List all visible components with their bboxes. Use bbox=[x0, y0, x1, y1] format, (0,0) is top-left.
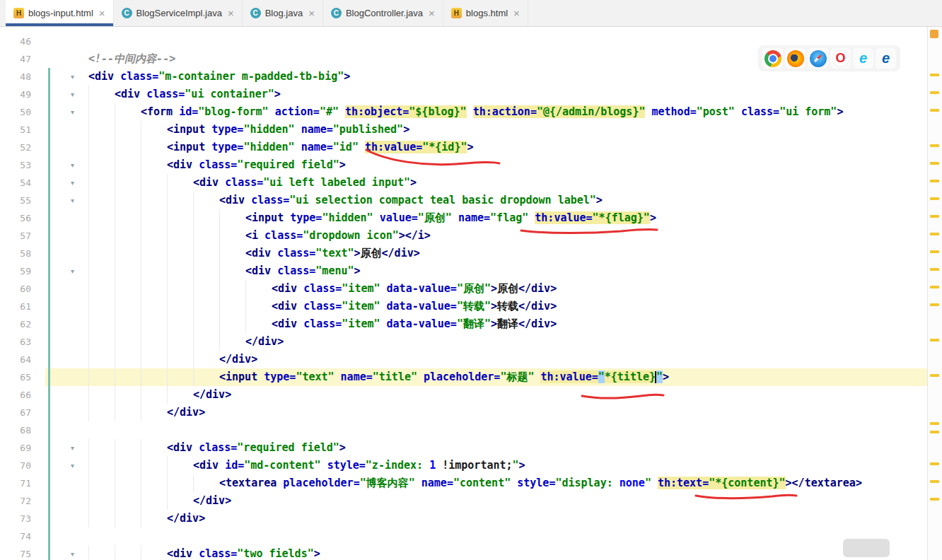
code-line-62[interactable]: 62<div class="item" data-value="翻译">翻译</… bbox=[0, 315, 928, 333]
code-line-67[interactable]: 67</div> bbox=[0, 404, 928, 421]
code-token: </div> bbox=[518, 300, 557, 313]
scrollbar-warning-mark[interactable] bbox=[930, 180, 939, 182]
firefox-browser-button[interactable] bbox=[785, 48, 806, 69]
indent-guide bbox=[88, 404, 115, 421]
safari-icon bbox=[810, 50, 827, 67]
code-line-64[interactable]: 64</div> bbox=[0, 351, 928, 368]
code-token bbox=[511, 477, 517, 489]
fold-arrow-icon[interactable]: ▾ bbox=[71, 68, 74, 86]
code-text: <div class="text">原创</div> bbox=[88, 245, 420, 262]
indent-guide bbox=[115, 315, 141, 333]
tab-close-icon[interactable]: × bbox=[308, 8, 315, 18]
code-line-55[interactable]: 55▾<div class="ui selection compact teal… bbox=[0, 192, 928, 209]
scrollbar-warning-mark[interactable] bbox=[930, 268, 939, 271]
scrollbar-warning-mark[interactable] bbox=[930, 498, 939, 501]
scrollbar-warning-mark[interactable] bbox=[930, 422, 939, 425]
code-line-59[interactable]: 59▾<div class="menu"> bbox=[0, 262, 928, 280]
code-token: "post" bbox=[697, 105, 735, 118]
fold-arrow-icon[interactable]: ▾ bbox=[71, 103, 74, 121]
code-line-63[interactable]: 63</div> bbox=[0, 333, 928, 351]
tab-Blog.java[interactable]: CBlog.java× bbox=[243, 0, 323, 26]
scrollbar-warning-mark[interactable] bbox=[930, 339, 939, 342]
indent-guide bbox=[167, 209, 193, 227]
indent-guide bbox=[141, 139, 167, 156]
tab-close-icon[interactable]: × bbox=[513, 8, 520, 18]
code-line-66[interactable]: 66</div> bbox=[0, 386, 928, 404]
code-area[interactable]: 4647<!--中间内容-->48▾<div class="m-containe… bbox=[0, 33, 928, 560]
indent-guide bbox=[141, 492, 167, 510]
scrollbar-warning-mark[interactable] bbox=[930, 250, 939, 253]
code-line-61[interactable]: 61<div class="item" data-value="转载">转载</… bbox=[0, 298, 928, 315]
code-line-70[interactable]: 70▾<div id="md-content" style="z-index: … bbox=[0, 457, 928, 474]
code-line-69[interactable]: 69▾<div class="required field"> bbox=[0, 439, 928, 457]
code-line-56[interactable]: 56<input type="hidden" value="原创" name="… bbox=[0, 209, 928, 227]
scrollbar-warning-mark[interactable] bbox=[930, 233, 939, 235]
code-line-65[interactable]: 65<input type="text" name="title" placeh… bbox=[0, 368, 928, 386]
ie-browser-button[interactable]: e bbox=[853, 48, 873, 69]
tab-close-icon[interactable]: × bbox=[99, 8, 105, 18]
scrollbar-warning-mark[interactable] bbox=[930, 197, 939, 200]
code-token bbox=[359, 141, 365, 153]
chrome-browser-button[interactable] bbox=[762, 48, 783, 69]
edge-browser-button[interactable]: e bbox=[876, 48, 896, 69]
code-token: !important; bbox=[436, 459, 512, 472]
code-token: <div bbox=[272, 282, 303, 295]
code-token: "item" bbox=[342, 300, 380, 313]
code-line-51[interactable]: 51<input type="hidden" name="published"> bbox=[0, 121, 928, 139]
indent-guide bbox=[88, 156, 115, 174]
fold-arrow-icon[interactable]: ▾ bbox=[71, 156, 74, 174]
fold-arrow-icon[interactable]: ▾ bbox=[71, 545, 74, 560]
code-text: <div class="required field"> bbox=[88, 439, 346, 457]
code-line-72[interactable]: 72</div> bbox=[0, 492, 928, 510]
code-line-71[interactable]: 71<textarea placeholder="博客内容" name="con… bbox=[0, 474, 928, 492]
code-token: name= bbox=[301, 123, 333, 136]
scrollbar-warning-mark[interactable] bbox=[930, 431, 939, 433]
code-token: "text" bbox=[296, 371, 334, 383]
fold-arrow-icon[interactable]: ▾ bbox=[71, 457, 74, 474]
indent-guide bbox=[88, 192, 115, 209]
scrollbar-warning-mark[interactable] bbox=[930, 303, 939, 306]
code-token: method= bbox=[652, 105, 697, 118]
code-line-49[interactable]: 49▾<div class="ui container"> bbox=[0, 86, 928, 103]
tab-blogs.html[interactable]: Hblogs.html× bbox=[443, 0, 528, 26]
code-line-50[interactable]: 50▾<form id="blog-form" action="#" th:ob… bbox=[0, 103, 928, 121]
tab-blogs-input.html[interactable]: Hblogs-input.html× bbox=[6, 0, 114, 26]
scrollbar-warning-mark[interactable] bbox=[930, 162, 939, 165]
fold-arrow-icon[interactable]: ▾ bbox=[71, 192, 74, 209]
tab-close-icon[interactable]: × bbox=[429, 8, 435, 18]
scrollbar-warning-mark[interactable] bbox=[930, 109, 939, 112]
safari-browser-button[interactable] bbox=[808, 48, 828, 69]
tab-BlogServiceImpl.java[interactable]: CBlogServiceImpl.java× bbox=[114, 0, 243, 26]
code-line-53[interactable]: 53▾<div class="required field"> bbox=[0, 156, 928, 174]
scrollbar-warning-mark[interactable] bbox=[930, 215, 939, 218]
code-token bbox=[467, 105, 473, 118]
code-line-68[interactable]: 68 bbox=[0, 421, 928, 439]
indent-guide bbox=[245, 315, 272, 333]
tab-BlogController.java[interactable]: CBlogController.java× bbox=[323, 0, 443, 26]
fold-arrow-icon[interactable]: ▾ bbox=[71, 174, 74, 192]
code-line-73[interactable]: 73</div> bbox=[0, 510, 928, 527]
tab-close-icon[interactable]: × bbox=[228, 8, 234, 18]
code-token: "标题" bbox=[500, 371, 534, 383]
code-token: class= bbox=[225, 176, 263, 189]
fold-arrow-icon[interactable]: ▾ bbox=[71, 262, 74, 280]
indent-guide bbox=[88, 103, 115, 121]
opera-browser-button[interactable]: O bbox=[830, 48, 851, 69]
scrollbar-warning-mark[interactable] bbox=[930, 144, 939, 147]
code-line-52[interactable]: 52<input type="hidden" name="id" th:valu… bbox=[0, 139, 928, 156]
fold-arrow-icon[interactable]: ▾ bbox=[71, 439, 74, 457]
code-line-57[interactable]: 57<i class="dropdown icon"></i> bbox=[0, 227, 928, 245]
scrollbar-warning-mark[interactable] bbox=[930, 286, 939, 288]
scrollbar-warning-mark[interactable] bbox=[930, 374, 939, 377]
fold-arrow-icon[interactable]: ▾ bbox=[71, 86, 74, 103]
code-line-74[interactable]: 74 bbox=[0, 527, 928, 545]
scrollbar-warning-mark[interactable] bbox=[930, 462, 939, 465]
code-line-54[interactable]: 54▾<div class="ui left labeled input"> bbox=[0, 174, 928, 192]
code-line-60[interactable]: 60<div class="item" data-value="原创">原创</… bbox=[0, 280, 928, 298]
code-line-58[interactable]: 58<div class="text">原创</div> bbox=[0, 245, 928, 262]
scrollbar[interactable] bbox=[927, 27, 942, 560]
scrollbar-warning-mark[interactable] bbox=[930, 480, 939, 483]
scrollbar-warning-mark[interactable] bbox=[930, 74, 939, 76]
scrollbar-warning-mark[interactable] bbox=[930, 91, 939, 94]
code-line-75[interactable]: 75▾<div class="two fields"> bbox=[0, 545, 928, 560]
